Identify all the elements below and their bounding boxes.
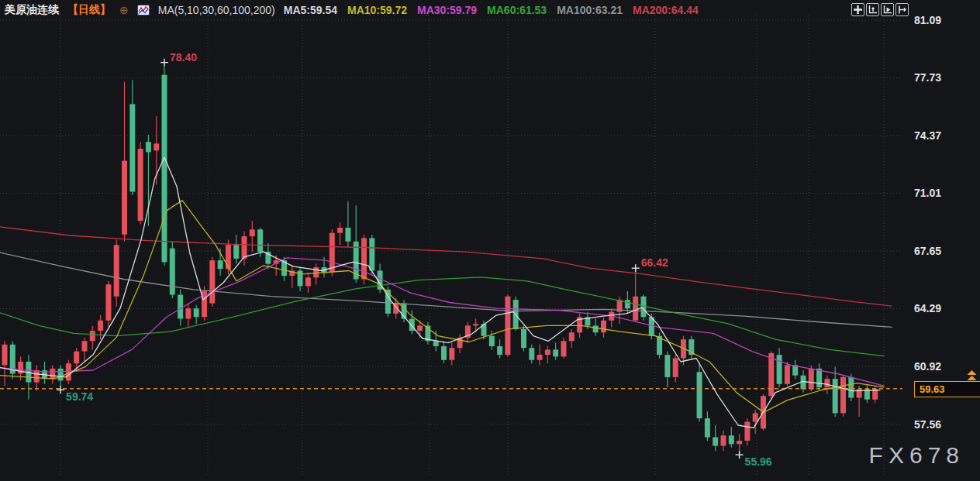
candle-body	[713, 438, 718, 446]
ma-value-0: MA5:59.54	[284, 4, 337, 16]
candle-body	[489, 336, 495, 346]
chart-header: 美原油连续 【日线】 ⊕ MA(5,10,30,60,100,200) MA5:…	[5, 2, 699, 18]
candlestick-chart[interactable]: 78.4066.4259.7455.96	[0, 0, 980, 481]
ma-value-1: MA10:59.72	[347, 4, 407, 16]
candle-body	[154, 143, 159, 150]
scale-y-axis-button[interactable]	[866, 3, 879, 16]
candle-body	[2, 345, 8, 366]
candle-body	[34, 370, 40, 383]
ma-value-4: MA100:63.21	[557, 4, 623, 16]
candle-body	[473, 324, 478, 325]
candle-body	[66, 363, 71, 380]
candle-body	[848, 377, 854, 398]
ma-lines-layer	[0, 157, 892, 428]
candle-body	[529, 348, 534, 360]
ma-caption: MA(5,10,30,60,100,200)	[158, 4, 275, 16]
ma-line-MA200	[0, 227, 892, 306]
ma-line-MA5	[0, 157, 880, 428]
chart-toolbar	[851, 3, 909, 16]
candle-body	[561, 341, 567, 356]
axis-tick-label: 67.65	[914, 245, 968, 257]
candle-body	[521, 329, 526, 348]
candle-body	[345, 228, 350, 242]
candle-body	[705, 418, 710, 437]
scale-x-axis-button[interactable]	[881, 3, 894, 16]
candle-body	[218, 260, 223, 269]
candle-body	[257, 229, 263, 252]
axis-tick-label: 77.73	[914, 71, 968, 84]
candle-body	[313, 267, 319, 277]
candle-body	[162, 75, 167, 263]
candle-body	[721, 435, 726, 445]
candle-body	[433, 341, 439, 346]
watermark: FX678	[869, 442, 964, 469]
candle-body	[744, 422, 750, 441]
candle-body	[833, 379, 838, 413]
candles-layer	[2, 67, 878, 452]
candle-body	[729, 435, 734, 444]
axis-tick-label: 60.92	[914, 360, 968, 373]
candle-body	[178, 294, 183, 318]
candle-body	[569, 332, 575, 341]
candle-body	[50, 369, 55, 379]
candle-body	[170, 249, 175, 295]
price-alert-arrow-icon[interactable]	[967, 370, 977, 384]
candle-body	[593, 325, 599, 332]
crosshair-icon	[853, 5, 863, 15]
candle-body	[768, 353, 774, 396]
candle-body	[601, 321, 606, 333]
candle-body	[82, 341, 88, 351]
candle-body	[74, 352, 79, 364]
candle-body	[250, 229, 255, 236]
go-to-latest-icon	[897, 5, 907, 15]
candle-body	[505, 297, 510, 355]
candle-body	[114, 245, 119, 297]
candle-body	[361, 238, 367, 279]
add-indicator-icon[interactable]: ⊕	[119, 5, 129, 15]
ma-value-2: MA30:59.79	[417, 4, 477, 16]
candle-body	[409, 319, 415, 332]
candle-body	[809, 369, 814, 390]
go-to-latest-button[interactable]	[895, 3, 909, 16]
candle-body	[737, 441, 742, 444]
candle-body	[233, 245, 239, 259]
candle-body	[194, 308, 199, 317]
mini-chart-icon[interactable]	[137, 5, 150, 15]
candle-body	[673, 359, 678, 377]
candle-body	[305, 277, 311, 286]
price-annotation: 55.96	[745, 455, 772, 468]
candle-body	[98, 321, 103, 331]
candle-body	[633, 297, 638, 321]
scale-x-axis-icon	[882, 5, 892, 15]
candle-body	[753, 413, 758, 421]
last-price-value: 59.63	[920, 383, 945, 395]
ma-value-5: MA200:64.44	[633, 4, 699, 16]
candle-body	[209, 260, 215, 303]
axis-tick-label: 74.37	[914, 129, 968, 142]
candle-body	[369, 238, 374, 270]
candle-body	[146, 142, 151, 152]
candle-body	[330, 233, 335, 273]
price-annotation: 78.40	[170, 51, 197, 64]
candle-body	[664, 355, 670, 377]
price-annotation: 59.74	[66, 390, 93, 403]
crosshair-button[interactable]	[851, 3, 864, 16]
candle-body	[777, 355, 782, 384]
candle-body	[553, 349, 558, 356]
period-selector[interactable]: 【日线】	[67, 3, 111, 17]
ma-value-3: MA60:61.53	[487, 4, 547, 16]
candle-body	[785, 365, 790, 383]
candle-body	[58, 369, 64, 381]
candle-body	[449, 348, 454, 360]
candle-body	[185, 308, 191, 318]
candle-body	[625, 300, 630, 308]
price-annotation: 66.42	[641, 256, 668, 269]
candle-body	[537, 355, 543, 360]
candle-body	[840, 377, 846, 414]
candle-body	[545, 349, 550, 355]
candle-body	[105, 284, 111, 321]
ma-legend: MA5:59.54MA10:59.72MA30:59.79MA60:61.53M…	[284, 4, 699, 16]
axis-tick-label: 81.09	[914, 14, 968, 26]
candle-body	[90, 331, 95, 341]
candle-body	[242, 236, 247, 259]
